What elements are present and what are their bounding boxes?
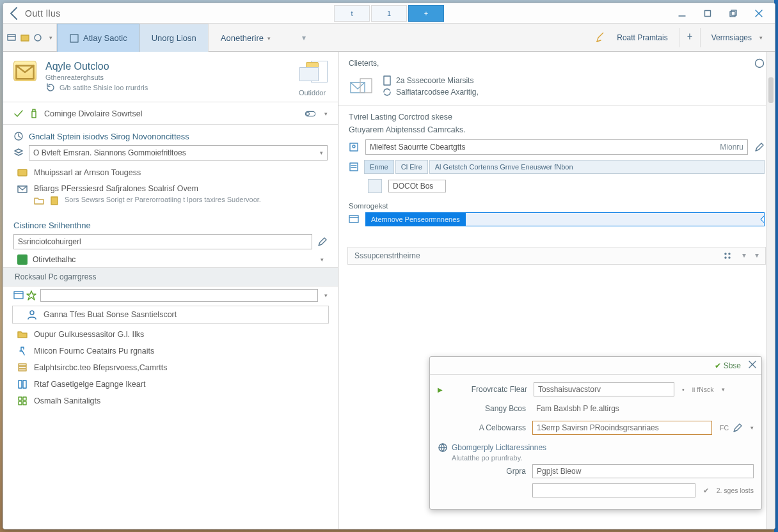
ribbon-tab[interactable]: Atlay Saotic xyxy=(57,24,139,52)
pencil-icon[interactable] xyxy=(596,33,606,43)
svg-rect-18 xyxy=(19,366,26,368)
recent-label: Roatt Pramtais xyxy=(617,33,667,42)
chevron-down-icon[interactable]: ▾ xyxy=(755,251,759,261)
grip-icon[interactable] xyxy=(723,251,733,261)
progress-bar[interactable]: Atemnove Penseormnnenes xyxy=(365,212,765,226)
group3-item[interactable]: Oupur Gulkusessasitor G.l. Ilks xyxy=(3,326,338,343)
fp-input[interactable] xyxy=(532,483,695,497)
qat-icon[interactable] xyxy=(20,33,30,43)
svg-point-32 xyxy=(725,253,726,254)
progress-handle[interactable] xyxy=(760,215,765,223)
title-tab[interactable]: t xyxy=(334,5,370,22)
group1-item[interactable]: Bfiargs PFerssiesrd Safjralones Soalrisf… xyxy=(3,181,338,209)
svg-rect-6 xyxy=(70,35,78,42)
title-tab[interactable]: 1 xyxy=(371,5,407,22)
left-checkrow-section: Cominge Divolaire Sowrtsel ▾ xyxy=(3,102,338,125)
maximize-button[interactable] xyxy=(695,5,720,22)
ribbon-tab-label: Aonetherire xyxy=(221,33,264,43)
right-scrollbar[interactable] xyxy=(766,52,775,529)
restore-button[interactable] xyxy=(721,5,745,22)
svg-rect-20 xyxy=(19,397,22,400)
view-button[interactable]: Verrnsiages▾ xyxy=(706,30,768,45)
svg-rect-14 xyxy=(51,197,58,205)
fp-row: A Celbowarss 1Serrp Savirsn PRooindsgrsa… xyxy=(438,418,754,437)
svg-point-5 xyxy=(35,35,41,41)
svg-rect-30 xyxy=(350,163,358,171)
progress-label: Somrogekst xyxy=(349,202,765,210)
thumb-box[interactable] xyxy=(368,179,382,193)
check-icon xyxy=(13,109,24,119)
svg-rect-12 xyxy=(18,169,27,176)
ribbon-right-group: Roatt Pramtais Verrnsiages▾ xyxy=(589,24,775,51)
close-button[interactable] xyxy=(747,5,771,22)
right-search-input[interactable]: Mielfest Saourrte Cbeartgtts Mionru xyxy=(365,139,748,155)
group3-item-selected[interactable]: Ganna Tfes Buat Sonse Sasntielscort xyxy=(12,306,329,324)
mail-icon xyxy=(17,184,28,194)
boxrow-input[interactable]: DOCOt Bos xyxy=(388,180,446,192)
svg-rect-22 xyxy=(19,402,22,405)
qat-more-icon[interactable]: ▾ xyxy=(49,35,52,41)
person-icon xyxy=(27,309,37,320)
group3-item[interactable]: Ealphtsircbc.teo Bfepsrvoess,Camrtts xyxy=(3,359,338,376)
play-icon: ▶ xyxy=(438,386,443,393)
chip[interactable]: Enme xyxy=(364,160,394,174)
fp-input[interactable]: Pgpjst Bieow xyxy=(532,464,754,478)
fp-input-highlight[interactable]: 1Serrp Savirsn PRooindsgrsanriaes xyxy=(532,421,712,435)
fp-group-sub: Alutatthe po prunfraby. xyxy=(438,454,754,462)
chip[interactable]: Cl Elre xyxy=(395,160,428,174)
edit-icon[interactable] xyxy=(733,423,743,433)
right-accordion[interactable]: Sssupcenstrtheirne ▾ ▾ xyxy=(347,247,766,265)
group3-search-row: ▾ xyxy=(3,286,338,304)
group2-input[interactable]: Ssrinciotcohuirgerl xyxy=(13,234,312,249)
outlook-composite-icon xyxy=(297,61,328,86)
recent-button[interactable]: Roatt Pramtais xyxy=(611,30,673,45)
right-section2: Gtuyarem Abiptenssd Camrcaks. xyxy=(338,124,775,137)
qat-icon[interactable] xyxy=(33,33,43,43)
sync-icon xyxy=(382,87,392,97)
pin-icon[interactable] xyxy=(685,33,695,43)
group3-item[interactable]: Miicon Fournc Ceatairs Pu rgnaits xyxy=(3,343,338,359)
titlebar: Outt llus t 1 + xyxy=(3,3,775,24)
group3-item[interactable]: Rtaf Gasetigelge Eagnge Ikeart xyxy=(3,376,338,393)
close-icon[interactable] xyxy=(749,361,756,370)
svg-rect-27 xyxy=(384,76,390,85)
left-header-title: Aqyle Outcloo xyxy=(45,61,148,72)
edit-icon[interactable] xyxy=(317,237,328,247)
edit-icon[interactable] xyxy=(754,142,765,152)
fp-input[interactable]: Tosshaisuvacstorv xyxy=(534,382,674,396)
chevron-down-icon[interactable]: ▾ xyxy=(742,251,746,261)
list-icon xyxy=(349,162,359,172)
svg-rect-8 xyxy=(32,111,36,118)
doc-icon xyxy=(382,75,392,86)
note-icon xyxy=(49,196,60,206)
group1-combo[interactable]: O Bvteft Emsran. Siannons Gommoiefritlto… xyxy=(3,143,338,163)
help-icon[interactable] xyxy=(754,58,765,68)
ribbon-tab[interactable]: Aonetherire▾ xyxy=(209,24,283,52)
globe-icon xyxy=(438,442,448,453)
ribbon-tabs: Atlay Saotic Unorg Liosn Aonetherire▾ xyxy=(57,24,283,51)
group3-item[interactable]: Osmalh Sanitaligts xyxy=(3,393,338,409)
toggle-icon[interactable] xyxy=(305,109,315,119)
chip[interactable]: Al Getstch Cortenns Grnve Eneuswer fNbon xyxy=(429,160,765,174)
chevron-down-icon[interactable]: ▾ xyxy=(750,425,754,431)
svg-point-33 xyxy=(725,257,726,258)
group1-item[interactable]: Mhuipssarl ar Arnson Tougess xyxy=(3,164,338,181)
minimize-button[interactable] xyxy=(670,5,694,22)
svg-rect-19 xyxy=(19,364,26,366)
chevron-down-icon[interactable]: ▾ xyxy=(324,292,328,299)
group3-search-input[interactable] xyxy=(40,289,318,302)
svg-rect-3 xyxy=(8,35,15,40)
svg-rect-4 xyxy=(21,35,29,41)
floatpanel-header: ✔Sbse xyxy=(430,357,761,375)
right-section1: Tvirel Lasting Corctrod skese xyxy=(338,106,775,124)
qat-icon[interactable] xyxy=(7,33,17,43)
fp-row: Grpra Pgpjst Bieow xyxy=(438,462,754,481)
title-tab-active[interactable]: + xyxy=(408,5,444,22)
group1-input[interactable]: O Bvteft Emsran. Siannons Gommoiefritlto… xyxy=(29,145,328,160)
group2-category[interactable]: Otirvtethalhc ▾ xyxy=(3,252,338,267)
svg-rect-1 xyxy=(731,10,736,15)
chevron-down-icon[interactable]: ▾ xyxy=(324,111,328,117)
ribbon-tab[interactable]: Unorg Liosn xyxy=(139,24,209,52)
stack-icon xyxy=(17,363,28,373)
back-button[interactable] xyxy=(7,6,22,21)
